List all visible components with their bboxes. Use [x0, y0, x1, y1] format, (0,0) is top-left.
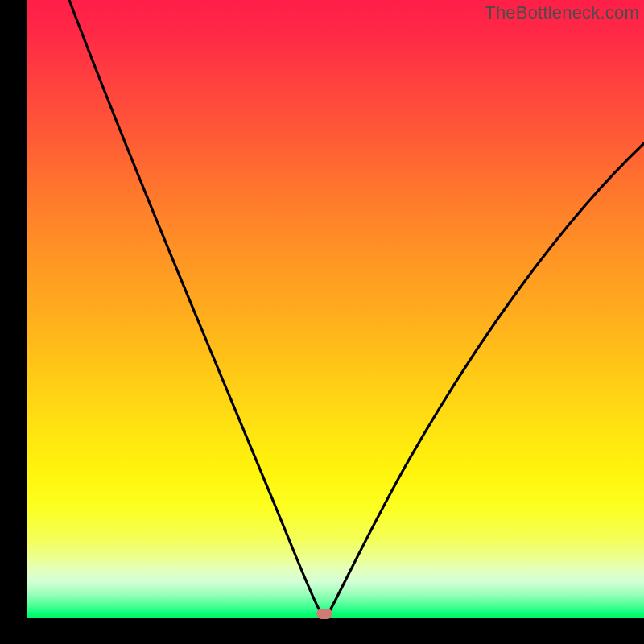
plot-area: TheBottleneck.com	[27, 0, 644, 618]
curve-path	[69, 0, 644, 612]
chart-frame: TheBottleneck.com	[0, 0, 644, 644]
bottleneck-curve	[27, 0, 644, 618]
watermark-text: TheBottleneck.com	[485, 2, 639, 23]
optimum-marker	[316, 609, 332, 619]
